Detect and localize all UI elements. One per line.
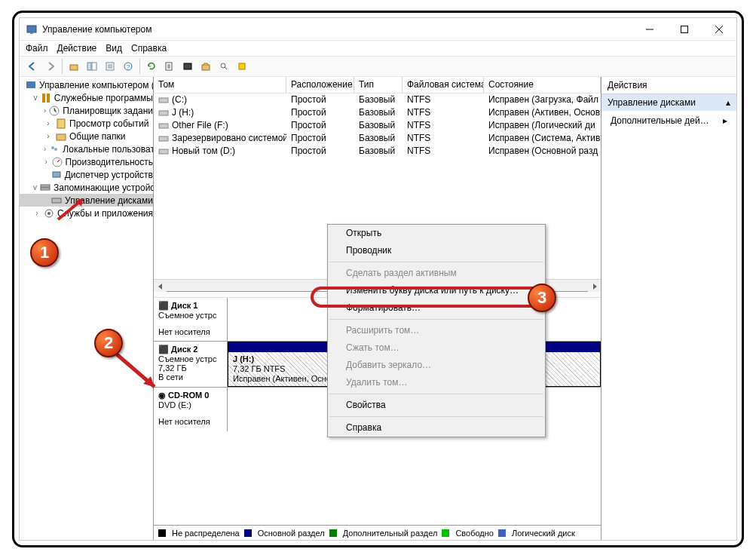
expand-icon[interactable]: ›	[44, 119, 53, 127]
tree-disk-management[interactable]: Управление дисками	[20, 194, 153, 207]
ctx-open[interactable]: Открыть	[328, 225, 545, 242]
properties-icon[interactable]	[102, 58, 118, 75]
legend-swatch	[244, 529, 252, 537]
refresh-icon[interactable]	[143, 58, 160, 75]
expand-icon[interactable]: ›	[44, 158, 49, 166]
menu-help[interactable]: Справка	[131, 43, 167, 54]
volume-name: J (H:)	[172, 107, 194, 118]
tree-system-tools[interactable]: vСлужебные программы	[20, 91, 153, 104]
menu-action[interactable]: Действие	[57, 43, 97, 54]
volume-type: Базовый	[354, 145, 402, 158]
ctx-format[interactable]: Форматировать…	[328, 299, 545, 317]
ctx-properties[interactable]: Свойства	[328, 397, 545, 414]
collapse-icon[interactable]: v	[33, 94, 38, 102]
collapse-icon[interactable]: ▴	[726, 97, 730, 108]
tree-services-apps[interactable]: ›Службы и приложения	[20, 207, 153, 219]
legend-label: Свободно	[455, 529, 494, 538]
legend-label: Дополнительный раздел	[343, 529, 438, 538]
ctx-separator	[329, 416, 543, 417]
disk-nomedia: Нет носителя	[158, 417, 222, 426]
menu-file[interactable]: Файл	[26, 43, 48, 54]
svg-rect-16	[47, 94, 50, 103]
volume-row[interactable]: J (H:)ПростойБазовыйNTFSИсправен (Активе…	[154, 106, 601, 119]
legend-label: Не распределена	[172, 529, 240, 538]
menubar: Файл Действие Вид Справка	[20, 41, 736, 56]
action-icon[interactable]	[234, 58, 250, 75]
volume-fs: NTFS	[402, 106, 484, 119]
tree-event-viewer[interactable]: ›Просмотр событий	[20, 117, 153, 130]
export-list-icon[interactable]	[161, 58, 178, 75]
volume-row[interactable]: Other File (F:)ПростойБазовыйNTFSИсправе…	[154, 119, 601, 132]
tree-task-scheduler[interactable]: ›Планировщик заданий	[20, 104, 153, 117]
col-volume[interactable]: Том	[154, 77, 286, 93]
scroll-left-icon[interactable]	[154, 280, 167, 293]
disk-size: 7,32 ГБ	[158, 363, 222, 373]
volume-status: Исправен (Логический ди	[484, 119, 601, 132]
chevron-right-icon: ▸	[723, 115, 727, 126]
volume-row[interactable]: (C:)ПростойБазовыйNTFSИсправен (Загрузка…	[154, 94, 601, 106]
expand-icon[interactable]: ›	[44, 132, 53, 140]
volume-row[interactable]: Новый том (D:)ПростойБазовыйNTFSИсправен…	[154, 145, 601, 158]
svg-rect-33	[159, 149, 168, 154]
tree-performance[interactable]: ›Производительность	[20, 155, 153, 168]
volume-layout: Простой	[286, 106, 354, 119]
settings-icon[interactable]	[179, 58, 196, 75]
svg-rect-11	[202, 65, 210, 70]
svg-rect-23	[53, 172, 60, 177]
disk-icon: ⬛	[158, 301, 171, 310]
col-fs[interactable]: Файловая система	[402, 77, 484, 93]
col-status[interactable]: Состояние	[484, 77, 601, 93]
volume-row[interactable]: Зарезервировано системойПростойБазовыйNT…	[154, 132, 601, 145]
volume-layout: Простой	[286, 132, 354, 145]
actions-more[interactable]: Дополнительные дей…▸	[601, 111, 736, 130]
svg-rect-15	[42, 94, 45, 103]
show-hide-icon[interactable]	[84, 58, 100, 75]
ctx-shrink: Сжать том…	[328, 339, 545, 357]
volume-icon	[158, 121, 169, 130]
ctx-help[interactable]: Справка	[328, 419, 545, 437]
tree-root[interactable]: Управление компьютером (л	[20, 78, 153, 91]
svg-rect-30	[159, 111, 168, 115]
minimize-button[interactable]	[632, 18, 667, 41]
legend: Не распределена Основной раздел Дополнит…	[154, 525, 601, 540]
close-button[interactable]	[702, 18, 736, 41]
ctx-separator	[329, 394, 543, 394]
search-icon[interactable]	[216, 58, 232, 75]
actions-subheader[interactable]: Управление дисками▴	[601, 94, 736, 111]
ctx-explorer[interactable]: Проводник	[328, 242, 545, 259]
maximize-button[interactable]	[667, 18, 702, 41]
volume-fs: NTFS	[402, 94, 484, 106]
tree-local-users[interactable]: ›Локальные пользовате	[20, 143, 153, 155]
volume-icon	[158, 147, 169, 156]
volume-list-header: Том Расположение Тип Файловая система Со…	[154, 77, 601, 94]
volume-layout: Простой	[286, 119, 354, 132]
expand-icon[interactable]: ›	[44, 145, 46, 153]
open-icon[interactable]	[197, 58, 214, 75]
menu-view[interactable]: Вид	[106, 43, 122, 54]
ctx-change-letter[interactable]: Изменить букву диска или путь к диску…	[328, 282, 545, 299]
expand-icon[interactable]: ›	[44, 106, 46, 115]
disk-info: ◉ CD-ROM 0 DVD (E:) Нет носителя	[154, 388, 228, 431]
legend-swatch	[442, 529, 449, 537]
back-icon[interactable]	[24, 58, 41, 75]
disk-name: CD-ROM 0	[168, 391, 209, 400]
ctx-make-active: Сделать раздел активным	[328, 265, 545, 282]
tree-shared-folders[interactable]: ›Общие папки	[20, 130, 153, 143]
expand-icon[interactable]: ›	[33, 209, 41, 217]
col-layout[interactable]: Расположение	[286, 77, 354, 93]
scroll-right-icon[interactable]	[588, 280, 601, 293]
collapse-icon[interactable]: v	[33, 183, 37, 192]
tree-label: Управление компьютером (л	[39, 80, 153, 90]
col-type[interactable]: Тип	[354, 77, 402, 93]
context-menu: Открыть Проводник Сделать раздел активны…	[327, 224, 546, 437]
up-icon[interactable]	[66, 58, 82, 75]
tree-device-manager[interactable]: Диспетчер устройств	[20, 168, 153, 181]
help-icon[interactable]: ?	[120, 58, 136, 75]
volume-type: Базовый	[354, 132, 402, 145]
disk-info: ⬛ Диск 2 Съемное устрс 7,32 ГБ В сети	[154, 342, 228, 387]
forward-icon[interactable]	[42, 58, 59, 75]
tree-storage[interactable]: vЗапоминающие устройст	[20, 181, 153, 194]
svg-rect-25	[41, 188, 50, 190]
navigation-tree[interactable]: Управление компьютером (л vСлужебные про…	[20, 77, 154, 540]
legend-label: Логический диск	[512, 529, 575, 538]
